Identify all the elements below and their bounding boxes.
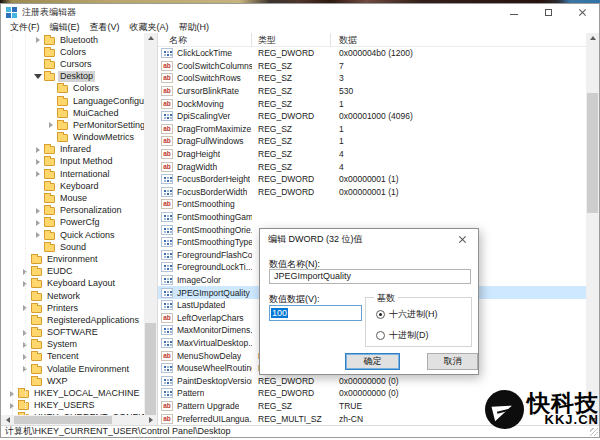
registry-value-row-DragFromMaximize[interactable]: DragFromMaximizeREG_SZ1 [158, 123, 586, 136]
registry-value-row-FocusBorderHeight[interactable]: FocusBorderHeightREG_DWORD0x00000001 (1) [158, 173, 586, 186]
registry-value-row-FontSmoothingGam-[interactable]: FontSmoothingGam... [158, 211, 586, 224]
scroll-right-icon[interactable] [144, 415, 157, 425]
expander-spacer [33, 241, 43, 253]
tree-item-label: Network [45, 291, 82, 302]
tree-item-Printers[interactable]: Printers [1, 302, 144, 314]
chevron-right-icon[interactable] [7, 400, 17, 412]
chevron-right-icon[interactable] [33, 229, 43, 241]
tree-item-RegisteredApplications[interactable]: RegisteredApplications [1, 314, 144, 326]
column-header-name[interactable]: 名称 [158, 33, 252, 47]
menu-item-0[interactable]: 文件(F) [5, 21, 45, 34]
tree-item-Desktop[interactable]: Desktop [1, 71, 144, 83]
dec-radio[interactable]: 十进制(D) [376, 329, 429, 342]
registry-value-row-DpiScalingVer[interactable]: DpiScalingVerREG_DWORD0x00001000 (4096) [158, 110, 586, 123]
scroll-up-icon[interactable] [144, 33, 157, 43]
column-header-data[interactable]: 数据 [331, 33, 599, 47]
menu-item-2[interactable]: 查看(V) [85, 21, 125, 34]
tree-item-HKEY_LOCAL_MACHINE[interactable]: HKEY_LOCAL_MACHINE [1, 387, 144, 399]
tree-item-Tencent[interactable]: Tencent [1, 351, 144, 363]
tree-item-International[interactable]: International [1, 168, 144, 180]
value-name: DpiScalingVer [177, 111, 230, 121]
tree-item-Volatile-Environment[interactable]: Volatile Environment [1, 363, 144, 375]
chevron-right-icon[interactable] [20, 327, 30, 339]
tree-item-Bluetooth[interactable]: Bluetooth [1, 34, 144, 46]
value-name: FontSmoothingOrie... [177, 225, 252, 235]
cancel-button[interactable]: 取消 [427, 353, 478, 370]
tree-item-Input-Method[interactable]: Input Method [1, 156, 144, 168]
dialog-close-button[interactable] [447, 230, 477, 248]
chevron-right-icon[interactable] [20, 339, 30, 351]
tree-item-HKEY_USERS[interactable]: HKEY_USERS [1, 400, 144, 412]
minimize-button[interactable] [497, 4, 531, 21]
registry-value-row-DragHeight[interactable]: DragHeightREG_SZ4 [158, 148, 586, 161]
value-type-cell: REG_SZ [252, 149, 331, 159]
menu-item-4[interactable]: 帮助(H) [174, 21, 215, 34]
tree-item-SOFTWARE[interactable]: SOFTWARE [1, 327, 144, 339]
tree-item-PowerCfg[interactable]: PowerCfg [1, 217, 144, 229]
registry-value-row-CoolSwitchRows[interactable]: CoolSwitchRowsREG_SZ3 [158, 72, 586, 85]
chevron-right-icon[interactable] [33, 205, 43, 217]
value-data-input[interactable]: 100 [269, 305, 362, 321]
chevron-right-icon[interactable] [20, 351, 30, 363]
scroll-left-icon[interactable] [1, 415, 14, 425]
registry-value-row-CoolSwitchColumns[interactable]: CoolSwitchColumnsREG_SZ7 [158, 60, 586, 73]
column-header-type[interactable]: 类型 [252, 33, 331, 47]
chevron-right-icon[interactable] [7, 388, 17, 400]
tree-item-Infrared[interactable]: Infrared [1, 144, 144, 156]
chevron-right-icon[interactable] [20, 266, 30, 278]
tree-horizontal-scrollbar[interactable] [1, 415, 157, 425]
close-button[interactable] [565, 4, 599, 21]
tree-item-Cursors[interactable]: Cursors [1, 58, 144, 70]
registry-value-row-FocusBorderWidth[interactable]: FocusBorderWidthREG_DWORD0x00000001 (1) [158, 186, 586, 199]
chevron-right-icon[interactable] [33, 34, 43, 46]
maximize-button[interactable] [531, 4, 565, 21]
chevron-right-icon[interactable] [33, 156, 43, 168]
menu-item-1[interactable]: 编辑(E) [45, 21, 85, 34]
tree-scroll-thumb[interactable] [145, 323, 156, 418]
tree-item-Colors[interactable]: Colors [1, 46, 144, 58]
chevron-right-icon[interactable] [46, 119, 56, 131]
registry-value-row-CursorBlinkRate[interactable]: CursorBlinkRateREG_SZ530 [158, 85, 586, 98]
list-scroll-thumb[interactable] [587, 93, 598, 213]
tree-item-Environment[interactable]: Environment [1, 253, 144, 265]
expander-spacer [20, 314, 30, 326]
menu-item-3[interactable]: 收藏夹(A) [125, 21, 174, 34]
list-vertical-scrollbar[interactable] [586, 33, 599, 425]
tree-hscroll-thumb[interactable] [14, 416, 112, 424]
chevron-right-icon[interactable] [33, 168, 43, 180]
tree-item-Mouse[interactable]: Mouse [1, 192, 144, 204]
tree-item-MuiCached[interactable]: MuiCached [1, 107, 144, 119]
chevron-right-icon[interactable] [20, 278, 30, 290]
ok-button[interactable]: 确定 [345, 353, 400, 370]
tree-item-Keyboard-Layout[interactable]: Keyboard Layout [1, 278, 144, 290]
chevron-right-icon[interactable] [20, 302, 30, 314]
tree-item-EUDC[interactable]: EUDC [1, 266, 144, 278]
folder-icon [57, 122, 68, 130]
tree-item-PerMonitorSettings[interactable]: PerMonitorSettings [1, 119, 144, 131]
tree-item-Quick-Actions[interactable]: Quick Actions [1, 229, 144, 241]
registry-value-row-PaintDesktopVersion[interactable]: PaintDesktopVersionREG_DWORD0x00000000 (… [158, 374, 586, 387]
expander-spacer [46, 95, 56, 107]
chevron-right-icon[interactable] [20, 363, 30, 375]
tree-item-Personalization[interactable]: Personalization [1, 205, 144, 217]
chevron-right-icon[interactable] [33, 217, 43, 229]
registry-value-row-DockMoving[interactable]: DockMovingREG_SZ1 [158, 97, 586, 110]
scroll-up-icon[interactable] [586, 33, 599, 43]
registry-value-row-FontSmoothing[interactable]: FontSmoothing [158, 198, 586, 211]
tree-item-LanguageConfiguration[interactable]: LanguageConfiguration [1, 95, 144, 107]
chevron-right-icon[interactable] [33, 144, 43, 156]
value-name-field[interactable]: JPEGImportQuality [269, 269, 471, 284]
tree-item-WindowMetrics[interactable]: WindowMetrics [1, 132, 144, 144]
chevron-down-icon[interactable] [33, 71, 43, 83]
registry-value-row-ClickLockTime[interactable]: ClickLockTimeREG_DWORD0x000004b0 (1200) [158, 47, 586, 60]
tree-item-Colors[interactable]: Colors [1, 83, 144, 95]
hex-radio[interactable]: 十六进制(H) [376, 308, 438, 321]
tree-item-Network[interactable]: Network [1, 290, 144, 302]
tree-item-System[interactable]: System [1, 339, 144, 351]
tree-item-Keyboard[interactable]: Keyboard [1, 180, 144, 192]
registry-value-row-DragFullWindows[interactable]: DragFullWindowsREG_SZ1 [158, 135, 586, 148]
tree-item-WXP[interactable]: WXP [1, 375, 144, 387]
tree-vertical-scrollbar[interactable] [144, 33, 157, 415]
tree-item-Sound[interactable]: Sound [1, 241, 144, 253]
registry-value-row-DragWidth[interactable]: DragWidthREG_SZ4 [158, 160, 586, 173]
